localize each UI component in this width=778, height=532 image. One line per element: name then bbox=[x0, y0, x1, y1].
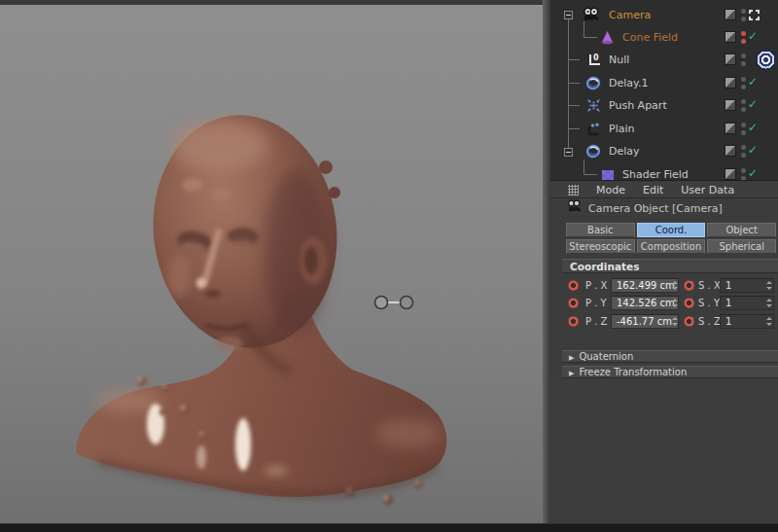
om-item-label[interactable]: Camera bbox=[609, 9, 651, 21]
tab-coord[interactable]: Coord. bbox=[637, 223, 706, 237]
object-manager: Camera Cone Field ✓ 0 Null bbox=[550, 0, 778, 181]
layer-square-icon[interactable] bbox=[725, 31, 736, 43]
panel-splitter[interactable] bbox=[543, 0, 550, 532]
menu-mode[interactable]: Mode bbox=[596, 184, 625, 196]
layer-square-icon[interactable] bbox=[725, 123, 736, 134]
pos-label: P . Z bbox=[585, 316, 607, 327]
om-item-label[interactable]: Null bbox=[609, 53, 629, 66]
om-row-delay-1[interactable]: Delay.1 ✓ bbox=[550, 72, 778, 94]
layer-square-icon[interactable] bbox=[725, 53, 736, 65]
quaternion-section[interactable]: ▶Quaternion bbox=[562, 350, 778, 363]
pos-z-field[interactable]: -461.77 cm bbox=[611, 314, 679, 329]
enabled-check-icon[interactable]: ✓ bbox=[748, 75, 758, 89]
field-handle[interactable] bbox=[375, 297, 413, 309]
pos-label: P . X bbox=[585, 280, 607, 291]
camera-mini-icon bbox=[567, 199, 582, 218]
attribute-manager-menubar: Mode Edit User Data bbox=[550, 182, 778, 198]
spinner-icon[interactable] bbox=[671, 299, 678, 307]
cinema4d-window: Camera Cone Field ✓ 0 Null bbox=[0, 0, 778, 532]
om-row-null[interactable]: 0 Null bbox=[550, 49, 778, 71]
menu-user-data[interactable]: User Data bbox=[681, 184, 734, 196]
pos-x-field[interactable]: 162.499 cm bbox=[611, 278, 679, 293]
tab-basic[interactable]: Basic bbox=[566, 223, 635, 237]
enabled-check-icon[interactable]: ✓ bbox=[748, 97, 758, 111]
layer-square-icon[interactable] bbox=[725, 77, 736, 89]
om-row-push-apart[interactable]: Push Apart ✓ bbox=[550, 94, 778, 117]
keyframe-dot-icon[interactable] bbox=[684, 316, 694, 327]
keyframe-dot-icon[interactable] bbox=[684, 280, 694, 291]
om-row-cone-field[interactable]: Cone Field ✓ bbox=[550, 26, 778, 49]
enabled-check-icon[interactable]: ✓ bbox=[748, 166, 758, 180]
scale-label: S . Y bbox=[698, 298, 720, 308]
om-row-camera[interactable]: Camera bbox=[550, 4, 778, 26]
layer-square-icon[interactable] bbox=[725, 168, 736, 180]
spinner-icon[interactable] bbox=[765, 281, 772, 290]
spinner-icon[interactable] bbox=[671, 281, 678, 290]
om-item-label[interactable]: Delay.1 bbox=[609, 77, 648, 89]
enabled-check-icon[interactable]: ✓ bbox=[748, 143, 758, 157]
tab-stereoscopic[interactable]: Stereoscopic bbox=[566, 239, 635, 254]
scale-label: S . X bbox=[698, 280, 721, 291]
bust-render bbox=[0, 0, 550, 532]
spinner-icon[interactable] bbox=[765, 299, 772, 307]
pos-label: P . Y bbox=[585, 298, 607, 308]
tab-spherical[interactable]: Spherical bbox=[707, 239, 776, 254]
om-item-label[interactable]: Shader Field bbox=[622, 168, 689, 181]
attribute-tabs: Basic Coord. Object Stereoscopic Composi… bbox=[566, 223, 776, 256]
shader-field-icon bbox=[599, 166, 616, 181]
visibility-dots-icon[interactable] bbox=[741, 31, 746, 44]
enabled-check-icon[interactable]: ✓ bbox=[748, 121, 758, 134]
collapse-toggle-icon[interactable] bbox=[564, 148, 573, 157]
scale-label: S . Z bbox=[698, 316, 721, 327]
bottom-edge-bar bbox=[0, 523, 778, 532]
om-item-label[interactable]: Cone Field bbox=[622, 31, 678, 44]
layer-square-icon[interactable] bbox=[725, 99, 736, 111]
visibility-dots-icon[interactable] bbox=[741, 9, 746, 21]
tab-composition[interactable]: Composition bbox=[637, 239, 706, 254]
keyframe-dot-icon[interactable] bbox=[684, 298, 694, 308]
om-row-delay[interactable]: Delay ✓ bbox=[550, 140, 778, 162]
delay-icon bbox=[585, 75, 602, 91]
collapse-toggle-icon[interactable] bbox=[564, 11, 573, 19]
om-row-shader-field[interactable]: Shader Field ✓ bbox=[550, 163, 778, 181]
keyframe-dot-icon[interactable] bbox=[568, 316, 579, 327]
corner-frame-icon[interactable] bbox=[749, 10, 760, 20]
freeze-transformation-section[interactable]: ▶Freeze Transformation bbox=[562, 366, 778, 378]
chevron-right-icon: ▶ bbox=[569, 368, 574, 379]
coordinates-section-header[interactable]: Coordinates bbox=[562, 259, 778, 273]
visibility-dots-icon[interactable] bbox=[741, 53, 746, 66]
spinner-icon[interactable] bbox=[765, 317, 772, 326]
layer-square-icon[interactable] bbox=[725, 145, 736, 157]
camera-icon bbox=[583, 7, 599, 23]
om-item-label[interactable]: Push Apart bbox=[609, 99, 667, 112]
visibility-dots-icon[interactable] bbox=[741, 77, 746, 89]
object-title: Camera Object [Camera] bbox=[588, 202, 723, 215]
menu-edit[interactable]: Edit bbox=[643, 184, 663, 196]
om-item-label[interactable]: Plain bbox=[609, 123, 634, 135]
plain-icon bbox=[586, 121, 603, 137]
visibility-dots-icon[interactable] bbox=[741, 123, 746, 135]
spinner-icon[interactable] bbox=[671, 317, 678, 326]
drag-grip-icon[interactable] bbox=[568, 185, 579, 195]
visibility-dots-icon[interactable] bbox=[741, 99, 746, 112]
right-panel: Camera Cone Field ✓ 0 Null bbox=[550, 0, 778, 532]
push-apart-icon bbox=[585, 97, 602, 114]
coord-row-z: P . Z -461.77 cm S . Z 1 bbox=[550, 314, 778, 329]
visibility-dots-icon[interactable] bbox=[741, 168, 746, 181]
tab-object[interactable]: Object bbox=[707, 223, 776, 237]
chevron-right-icon: ▶ bbox=[569, 352, 574, 364]
keyframe-dot-icon[interactable] bbox=[568, 298, 579, 308]
om-item-label[interactable]: Delay bbox=[609, 145, 640, 158]
keyframe-dot-icon[interactable] bbox=[568, 280, 579, 291]
coord-row-y: P . Y 142.526 cm S . Y 1 bbox=[550, 296, 778, 310]
attribute-object-title-row: Camera Object [Camera] bbox=[550, 199, 778, 218]
coord-row-x: P . X 162.499 cm S . X 1 bbox=[550, 278, 778, 293]
visibility-dots-icon[interactable] bbox=[741, 145, 746, 158]
viewport-top-strip bbox=[0, 0, 550, 5]
om-row-plain[interactable]: Plain ✓ bbox=[550, 118, 778, 140]
enabled-check-icon[interactable]: ✓ bbox=[748, 29, 758, 43]
svg-text:0: 0 bbox=[593, 53, 599, 62]
layer-square-icon[interactable] bbox=[725, 9, 736, 20]
viewport-3d[interactable] bbox=[0, 0, 543, 532]
pos-y-field[interactable]: 142.526 cm bbox=[611, 296, 679, 310]
